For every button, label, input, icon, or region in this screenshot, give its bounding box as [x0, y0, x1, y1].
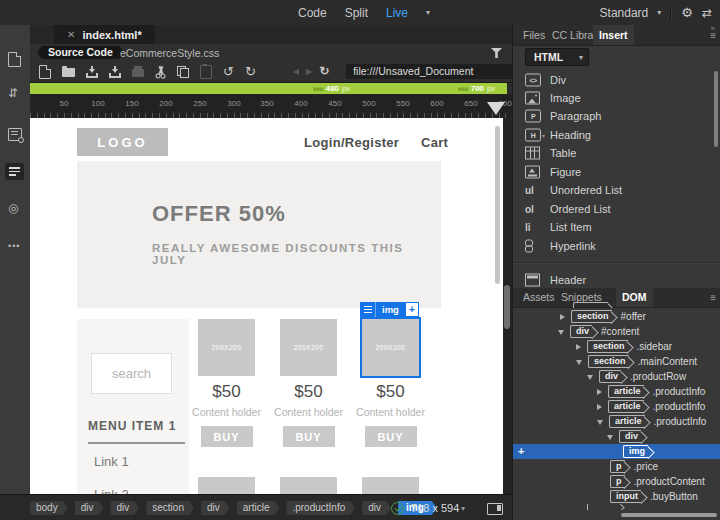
filter-funnel-icon[interactable]	[491, 48, 502, 58]
dom-row-section-maincontent[interactable]: section .mainContent	[513, 354, 720, 369]
dom-tag[interactable]: section	[588, 355, 629, 368]
dom-row-input-buybutton[interactable]: input .buyButton	[513, 489, 720, 504]
media-query-green-bar[interactable]: ‹‹‹‹‹ 480 px ‹‹‹‹‹ 700 px	[30, 83, 507, 94]
dom-row-article-productinfo[interactable]: article .productInfo	[513, 399, 720, 414]
product-image-placeholder[interactable]: 200X200	[280, 319, 337, 376]
tag-crumb[interactable]: .productInfo	[286, 501, 355, 515]
menu-link-1[interactable]: Link 1	[94, 454, 129, 469]
workspace-dropdown-icon[interactable]: ▾	[657, 8, 661, 17]
product-image-placeholder[interactable]: 200X200	[198, 319, 255, 376]
save-icon[interactable]	[86, 66, 98, 78]
undo-icon[interactable]: ↺	[223, 65, 234, 78]
expand-icon[interactable]	[597, 389, 602, 395]
refresh-icon[interactable]: ↻	[319, 65, 329, 78]
close-tab-icon[interactable]: ✕	[67, 29, 75, 40]
page-logo[interactable]: LOGO	[77, 128, 168, 156]
device-preview-icon[interactable]	[487, 503, 503, 515]
search-input[interactable]: search	[91, 353, 172, 394]
dom-tag[interactable]: article	[608, 385, 644, 398]
dom-tag[interactable]: div	[570, 325, 592, 338]
panel-menu-icon[interactable]: ≡	[710, 31, 716, 41]
live-design-view[interactable]: LOGO Login/Register Cart OFFER 50% REALL…	[30, 118, 503, 494]
preferences-gear-icon[interactable]: ⚙	[681, 5, 693, 20]
dom-panel-horizontal-scrollbar[interactable]	[621, 513, 717, 517]
collapse-icon[interactable]	[607, 435, 613, 440]
copy-icon[interactable]	[177, 66, 189, 78]
insert-panel-scrollbar[interactable]	[714, 71, 718, 147]
dom-panel-icon[interactable]	[5, 163, 24, 180]
login-register-link[interactable]: Login/Register	[304, 135, 399, 150]
menu-link-2[interactable]: Link 2	[94, 487, 129, 494]
tag-crumb[interactable]: body	[30, 501, 68, 515]
source-code-button[interactable]: Source Code	[38, 46, 123, 59]
insert-target-icon[interactable]: ◎	[8, 201, 18, 215]
insert-item-hyperlink[interactable]: Hyperlink	[513, 237, 720, 255]
tag-crumb[interactable]: div	[201, 501, 230, 515]
workspace-switcher[interactable]: Standard	[600, 6, 649, 20]
tag-crumb[interactable]: div	[110, 501, 139, 515]
dom-tag[interactable]: div	[619, 430, 641, 443]
sort-arrows-icon[interactable]: ⇵	[8, 87, 18, 99]
insert-item-paragraph[interactable]: P Paragraph	[513, 107, 720, 125]
expand-icon[interactable]	[597, 404, 602, 410]
collapse-icon[interactable]	[597, 420, 603, 425]
live-view-button[interactable]: Live	[386, 6, 408, 20]
element-quick-menu-icon[interactable]	[360, 302, 376, 317]
collapse-icon[interactable]	[576, 360, 582, 365]
design-view-vertical-scrollbar[interactable]	[495, 126, 500, 284]
sync-settings-icon[interactable]: ⇄	[702, 6, 712, 20]
insert-item-list-item[interactable]: li List Item	[513, 218, 720, 236]
insert-item-div[interactable]: <> Div	[513, 71, 720, 89]
validation-check-icon[interactable]	[391, 502, 404, 515]
tag-crumb[interactable]: div	[362, 501, 391, 515]
cart-link[interactable]: Cart	[421, 135, 448, 150]
dom-row-article-productinfo[interactable]: article .productInfo	[513, 384, 720, 399]
cut-icon[interactable]	[155, 66, 166, 78]
buy-button[interactable]: BUY	[365, 426, 417, 447]
dom-tag[interactable]: article	[608, 400, 644, 413]
tab-insert[interactable]: Insert	[593, 25, 634, 45]
viewport-size-dropdown-icon[interactable]: ▾	[461, 504, 465, 513]
new-file-icon[interactable]	[39, 65, 51, 79]
dom-row-p-productcontent[interactable]: p .productContent	[513, 474, 720, 489]
files-panel-icon[interactable]	[8, 52, 21, 67]
buy-button[interactable]: BUY	[201, 426, 253, 447]
viewport-size[interactable]: 718 x 594	[411, 502, 459, 514]
expand-icon[interactable]	[576, 344, 581, 350]
media-query-700[interactable]: ‹‹‹‹‹ 700 px	[458, 84, 495, 93]
dom-row-p-price[interactable]: p .price	[513, 459, 720, 474]
expand-icon[interactable]	[560, 314, 565, 320]
dom-tag[interactable]: section	[587, 340, 628, 353]
dom-row-div-content[interactable]: div #content	[513, 324, 720, 339]
heading-dropdown-icon[interactable]: ▾	[542, 132, 545, 139]
dom-tag[interactable]: div	[599, 370, 621, 383]
redo-icon[interactable]: ↻	[245, 65, 256, 78]
tag-crumb[interactable]: section	[146, 501, 194, 515]
live-view-dropdown-icon[interactable]: ▾	[426, 8, 430, 17]
dom-row-div[interactable]: div	[513, 429, 720, 444]
dom-row-section-sidebar[interactable]: section .sidebar	[513, 339, 720, 354]
dom-tag[interactable]: article	[609, 415, 645, 428]
insert-category-dropdown[interactable]: HTML ▾	[525, 48, 589, 66]
tag-crumb[interactable]: article	[237, 501, 280, 515]
related-css-file[interactable]: eCommerceStyle.css	[120, 47, 219, 59]
panel-splitter-grip[interactable]	[504, 285, 510, 329]
dom-row-img-selected[interactable]: + img	[513, 444, 720, 459]
document-tab[interactable]: ✕ index.html*	[54, 25, 155, 44]
dom-tag[interactable]: p	[610, 460, 625, 473]
selected-element-tag[interactable]: img	[376, 302, 405, 317]
insert-item-heading[interactable]: H ▾ Heading	[513, 126, 720, 144]
dom-tag[interactable]: section	[571, 310, 612, 323]
dom-row-section-offer[interactable]: section #offer	[513, 309, 720, 324]
dom-row-article-productinfo[interactable]: article .productInfo	[513, 414, 720, 429]
document-url-field[interactable]: file:///Unsaved_Document	[346, 64, 518, 79]
css-designer-icon[interactable]	[8, 128, 22, 141]
save-all-icon[interactable]	[109, 66, 121, 78]
collapse-icon[interactable]	[558, 330, 564, 335]
split-view-button[interactable]: Split	[345, 6, 368, 20]
add-element-button[interactable]: +	[405, 302, 419, 317]
dom-row-div-productrow[interactable]: div .productRow	[513, 369, 720, 384]
insert-item-table[interactable]: Table	[513, 144, 720, 162]
insert-item-unordered-list[interactable]: ul Unordered List	[513, 181, 720, 199]
code-view-button[interactable]: Code	[298, 6, 327, 20]
